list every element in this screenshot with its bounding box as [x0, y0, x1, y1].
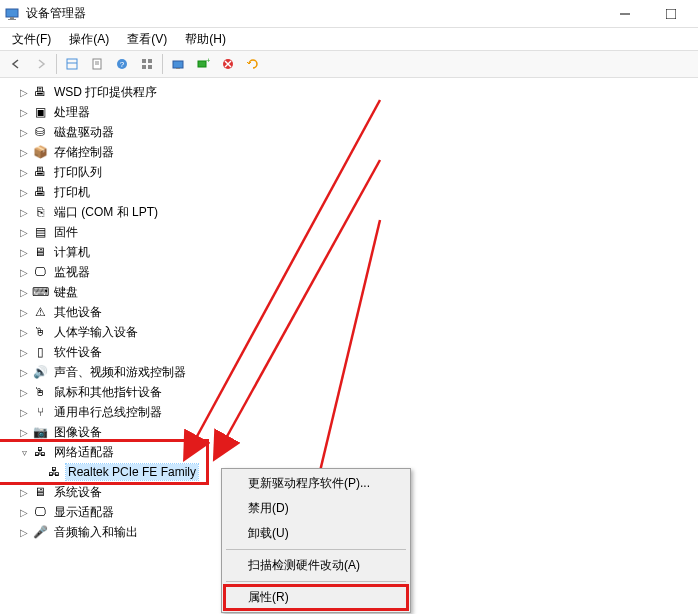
forward-button[interactable] [29, 52, 53, 76]
grid-button[interactable] [135, 52, 159, 76]
back-button[interactable] [4, 52, 28, 76]
ctx-disable[interactable]: 禁用(D) [224, 496, 408, 521]
port-icon: ⎘ [32, 204, 48, 220]
monitor-icon: 🖵 [32, 264, 48, 280]
chevron-right-icon[interactable]: ▷ [16, 207, 32, 218]
chevron-right-icon[interactable]: ▷ [16, 87, 32, 98]
app-icon [4, 6, 20, 22]
remove-button[interactable] [216, 52, 240, 76]
tree-node-ports[interactable]: ▷⎘端口 (COM 和 LPT) [0, 202, 698, 222]
storage-icon: 📦 [32, 144, 48, 160]
firmware-icon: ▤ [32, 224, 48, 240]
chevron-right-icon[interactable]: ▷ [16, 307, 32, 318]
svg-rect-17 [176, 68, 180, 69]
tree-node-software[interactable]: ▷▯软件设备 [0, 342, 698, 362]
chevron-right-icon[interactable]: ▷ [16, 427, 32, 438]
tree-node-printqueue[interactable]: ▷🖶打印队列 [0, 162, 698, 182]
svg-rect-0 [6, 9, 18, 17]
svg-text:?: ? [120, 60, 125, 69]
tree-node-keyboard[interactable]: ▷⌨键盘 [0, 282, 698, 302]
tree-node-wsd[interactable]: ▷🖶WSD 打印提供程序 [0, 82, 698, 102]
chevron-right-icon[interactable]: ▷ [16, 347, 32, 358]
chevron-right-icon[interactable]: ▷ [16, 487, 32, 498]
svg-text:+: + [206, 57, 210, 65]
svg-rect-4 [666, 9, 676, 19]
chevron-right-icon[interactable]: ▷ [16, 247, 32, 258]
tree-node-hid[interactable]: ▷🖰人体学输入设备 [0, 322, 698, 342]
tree-node-disk[interactable]: ▷⛁磁盘驱动器 [0, 122, 698, 142]
cpu-icon: ▣ [32, 104, 48, 120]
system-icon: 🖥 [32, 484, 48, 500]
tree-node-other[interactable]: ▷⚠其他设备 [0, 302, 698, 322]
properties-button[interactable] [85, 52, 109, 76]
menu-view[interactable]: 查看(V) [119, 29, 175, 50]
show-hide-button[interactable] [60, 52, 84, 76]
svg-rect-1 [10, 17, 14, 19]
chevron-right-icon[interactable]: ▷ [16, 507, 32, 518]
add-hardware-button[interactable]: + [191, 52, 215, 76]
separator [226, 549, 406, 550]
maximize-button[interactable] [648, 0, 694, 28]
svg-rect-13 [148, 59, 152, 63]
separator [226, 581, 406, 582]
help-button[interactable]: ? [110, 52, 134, 76]
menu-help[interactable]: 帮助(H) [177, 29, 234, 50]
chevron-right-icon[interactable]: ▷ [16, 227, 32, 238]
chevron-down-icon[interactable]: ▿ [16, 447, 32, 458]
sound-icon: 🔊 [32, 364, 48, 380]
svg-rect-5 [67, 59, 77, 69]
tree-node-sound[interactable]: ▷🔊声音、视频和游戏控制器 [0, 362, 698, 382]
tree-node-usb[interactable]: ▷⑂通用串行总线控制器 [0, 402, 698, 422]
context-menu: 更新驱动程序软件(P)... 禁用(D) 卸载(U) 扫描检测硬件改动(A) 属… [221, 468, 411, 613]
disk-icon: ⛁ [32, 124, 48, 140]
network-icon: 🖧 [32, 444, 48, 460]
ctx-scan[interactable]: 扫描检测硬件改动(A) [224, 553, 408, 578]
chevron-right-icon[interactable]: ▷ [16, 267, 32, 278]
chevron-right-icon[interactable]: ▷ [16, 167, 32, 178]
other-icon: ⚠ [32, 304, 48, 320]
menu-file[interactable]: 文件(F) [4, 29, 59, 50]
tree-node-cpu[interactable]: ▷▣处理器 [0, 102, 698, 122]
refresh-button[interactable] [241, 52, 265, 76]
chevron-right-icon[interactable]: ▷ [16, 387, 32, 398]
separator [162, 54, 163, 74]
tree-node-mouse[interactable]: ▷🖱鼠标和其他指针设备 [0, 382, 698, 402]
separator [56, 54, 57, 74]
usb-icon: ⑂ [32, 404, 48, 420]
tree-node-firmware[interactable]: ▷▤固件 [0, 222, 698, 242]
menu-action[interactable]: 操作(A) [61, 29, 117, 50]
chevron-right-icon[interactable]: ▷ [16, 407, 32, 418]
tree-node-monitor[interactable]: ▷🖵监视器 [0, 262, 698, 282]
camera-icon: 📷 [32, 424, 48, 440]
chevron-right-icon[interactable]: ▷ [16, 287, 32, 298]
printer-icon: 🖶 [32, 184, 48, 200]
chevron-right-icon[interactable]: ▷ [16, 187, 32, 198]
display-icon: 🖵 [32, 504, 48, 520]
chevron-right-icon[interactable]: ▷ [16, 147, 32, 158]
chevron-right-icon[interactable]: ▷ [16, 367, 32, 378]
keyboard-icon: ⌨ [32, 284, 48, 300]
tree-node-storage[interactable]: ▷📦存储控制器 [0, 142, 698, 162]
svg-rect-15 [148, 65, 152, 69]
ctx-uninstall[interactable]: 卸载(U) [224, 521, 408, 546]
software-icon: ▯ [32, 344, 48, 360]
chevron-right-icon[interactable]: ▷ [16, 527, 32, 538]
ctx-properties[interactable]: 属性(R) [224, 585, 408, 610]
menubar: 文件(F) 操作(A) 查看(V) 帮助(H) [0, 28, 698, 50]
scan-hardware-button[interactable] [166, 52, 190, 76]
network-adapter-icon: 🖧 [46, 464, 62, 480]
window-title: 设备管理器 [26, 5, 602, 22]
tree-node-imaging[interactable]: ▷📷图像设备 [0, 422, 698, 442]
chevron-right-icon[interactable]: ▷ [16, 127, 32, 138]
hid-icon: 🖰 [32, 324, 48, 340]
mouse-icon: 🖱 [32, 384, 48, 400]
chevron-right-icon[interactable]: ▷ [16, 107, 32, 118]
ctx-update-driver[interactable]: 更新驱动程序软件(P)... [224, 471, 408, 496]
tree-node-network-device[interactable]: 🖧Realtek PCIe FE Family [0, 462, 206, 482]
tree-node-network[interactable]: ▿🖧网络适配器 [0, 442, 206, 462]
tree-node-computer[interactable]: ▷🖥计算机 [0, 242, 698, 262]
chevron-right-icon[interactable]: ▷ [16, 327, 32, 338]
svg-rect-18 [198, 61, 206, 67]
tree-node-printer[interactable]: ▷🖶打印机 [0, 182, 698, 202]
minimize-button[interactable] [602, 0, 648, 28]
